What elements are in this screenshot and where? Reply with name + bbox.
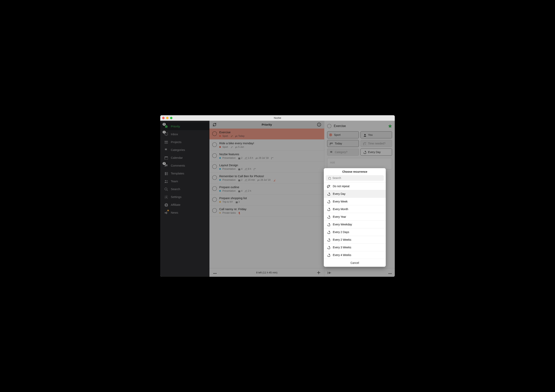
complete-toggle[interactable] bbox=[212, 142, 217, 147]
recurrence-option-day[interactable]: Every Day bbox=[324, 190, 386, 198]
task-row[interactable]: Layout Design Presentation48 h bbox=[209, 162, 324, 172]
recurrence-option-3weeks[interactable]: Every 3 Weeks bbox=[324, 243, 386, 251]
task-title: Prepare shopping list bbox=[219, 196, 321, 200]
task-row[interactable]: Call nanny re: Friday Private tasks bbox=[209, 205, 324, 216]
sidebar-item-affiliate[interactable]: Affiliate bbox=[160, 201, 209, 208]
task-list[interactable]: Exercise SportToday Ride a bike every mo… bbox=[209, 128, 324, 268]
meta-phone bbox=[238, 212, 241, 214]
sidebar-item-news[interactable]: News bbox=[160, 208, 209, 216]
cycle-icon bbox=[327, 215, 330, 219]
cycle-icon bbox=[327, 192, 330, 196]
sidebar-item-label: Affiliate bbox=[171, 203, 180, 207]
recurrence-option-week[interactable]: Every Week bbox=[324, 198, 386, 205]
task-row[interactable]: Ride a bike every monday! Sport5 Jun bbox=[209, 140, 324, 150]
prop-date[interactable]: Today bbox=[327, 140, 359, 147]
popover-search[interactable] bbox=[326, 175, 384, 181]
task-meta: Private tasks bbox=[219, 212, 321, 214]
sidebar-item-categories[interactable]: Categories bbox=[160, 146, 209, 154]
task-row[interactable]: Exercise SportToday bbox=[209, 128, 324, 140]
recurrence-option-2days[interactable]: Every 2 Days bbox=[324, 228, 386, 236]
task-title: Ride a bike every monday! bbox=[219, 142, 321, 145]
search-icon bbox=[164, 187, 168, 191]
meta-date: 29 Jul '18 bbox=[255, 157, 269, 159]
detail-more-button[interactable] bbox=[388, 271, 392, 274]
meta-comments: 3 bbox=[235, 200, 240, 203]
flag-icon bbox=[329, 150, 333, 154]
task-row[interactable]: Prepare shopping list Trip to NY3 bbox=[209, 194, 324, 205]
priority-star-icon[interactable] bbox=[388, 124, 392, 128]
complete-toggle[interactable] bbox=[212, 153, 217, 158]
task-row[interactable]: Prepare outline Presentation42 h bbox=[209, 184, 324, 194]
popover-cancel-button[interactable]: Cancel bbox=[324, 259, 386, 267]
person-icon bbox=[363, 133, 366, 137]
prop-recurrence[interactable]: Every Day bbox=[360, 149, 392, 156]
complete-toggle[interactable] bbox=[212, 186, 217, 191]
sidebar-badge: 1 bbox=[163, 131, 166, 134]
complete-toggle[interactable] bbox=[212, 208, 217, 213]
task-pane-header: Priority bbox=[209, 121, 324, 128]
task-row[interactable]: Remember to Call Ben for Photos! Present… bbox=[209, 172, 324, 184]
recurrence-option-none[interactable]: Do not repeat bbox=[324, 182, 386, 190]
collapse-detail-button[interactable] bbox=[327, 271, 331, 275]
sidebar-item-search[interactable]: Search bbox=[160, 185, 209, 193]
priority-icon: 8 bbox=[164, 124, 168, 128]
sidebar-item-settings[interactable]: Settings bbox=[160, 193, 209, 201]
complete-toggle[interactable] bbox=[212, 131, 217, 136]
prop-time[interactable]: Time needed? bbox=[360, 140, 392, 147]
popover-option-list[interactable]: Do not repeat Every Day Every Week Every… bbox=[324, 182, 386, 259]
recurrence-option-2weeks[interactable]: Every 2 Weeks bbox=[324, 236, 386, 243]
sidebar-item-label: Categories bbox=[171, 148, 185, 151]
sidebar-item-team[interactable]: Team bbox=[160, 177, 209, 185]
task-title: Nozbe features bbox=[219, 152, 321, 156]
recurrence-option-label: Every Year bbox=[333, 215, 346, 218]
sidebar-item-inbox[interactable]: 1 Inbox bbox=[160, 130, 209, 138]
recurrence-option-weekday[interactable]: Every Weekday bbox=[324, 221, 386, 228]
news-icon bbox=[164, 211, 168, 214]
complete-toggle[interactable] bbox=[212, 197, 217, 202]
prop-category[interactable]: Category? bbox=[327, 149, 359, 156]
info-button[interactable] bbox=[317, 122, 321, 127]
task-pane: Priority Exercise SportToday Ride a bike… bbox=[209, 121, 324, 277]
task-row[interactable]: Nozbe features Presentation21.5 h29 Jul … bbox=[209, 150, 324, 162]
recurrence-option-4weeks[interactable]: Every 4 Weeks bbox=[324, 251, 386, 259]
sidebar-item-templates[interactable]: Templates bbox=[160, 169, 209, 177]
comment-input[interactable]: Add bbox=[327, 158, 392, 169]
task-meta: Sport5 Jun bbox=[219, 146, 321, 148]
cycle-icon bbox=[327, 230, 330, 234]
popover-title: Choose recurrence bbox=[324, 168, 386, 175]
meta-project: Sport bbox=[219, 146, 228, 148]
task-meta: SportToday bbox=[219, 135, 321, 137]
popover-search-input[interactable] bbox=[332, 176, 382, 179]
footer-summary: 8 left (11 h 45 min) bbox=[256, 271, 277, 274]
complete-toggle[interactable] bbox=[212, 175, 217, 180]
sync-button[interactable] bbox=[212, 122, 217, 127]
meta-date: Today bbox=[235, 135, 245, 137]
detail-title[interactable]: Exercise bbox=[334, 124, 385, 128]
prop-project[interactable]: Sport bbox=[327, 131, 359, 138]
sidebar-item-label: Comments bbox=[171, 164, 185, 167]
calendar-icon bbox=[329, 142, 333, 145]
recurrence-option-label: Every Week bbox=[333, 200, 348, 203]
sidebar-item-calendar[interactable]: Calendar bbox=[160, 154, 209, 162]
meta-device bbox=[253, 168, 256, 170]
app-window: Nozbe 8 Priority 1 Inbox Projects Catego… bbox=[160, 115, 395, 277]
task-meta: Presentation42 h bbox=[219, 190, 321, 192]
meta-comments: 2 bbox=[237, 178, 242, 181]
complete-toggle[interactable] bbox=[212, 164, 217, 169]
recurrence-option-year[interactable]: Every Year bbox=[324, 213, 386, 221]
prop-assignee[interactable]: You bbox=[360, 131, 392, 138]
detail-complete-toggle[interactable] bbox=[327, 124, 331, 128]
recurrence-option-month[interactable]: Every Month bbox=[324, 205, 386, 213]
task-meta: Presentation48 h bbox=[219, 168, 321, 170]
add-task-button[interactable] bbox=[316, 270, 321, 275]
recurrence-option-label: Every Day bbox=[333, 192, 346, 195]
footer-more-button[interactable] bbox=[212, 271, 217, 274]
task-title: Call nanny re: Friday bbox=[219, 207, 321, 211]
sidebar-item-projects[interactable]: Projects bbox=[160, 138, 209, 146]
task-title: Prepare outline bbox=[219, 185, 321, 189]
sidebar-item-priority[interactable]: 8 Priority bbox=[160, 122, 209, 130]
sidebar-item-comments[interactable]: 3 Comments bbox=[160, 162, 209, 169]
task-meta: Presentation215 min28 Jul '18 bbox=[219, 178, 321, 181]
meta-run bbox=[272, 178, 275, 181]
projects-icon bbox=[164, 140, 168, 144]
